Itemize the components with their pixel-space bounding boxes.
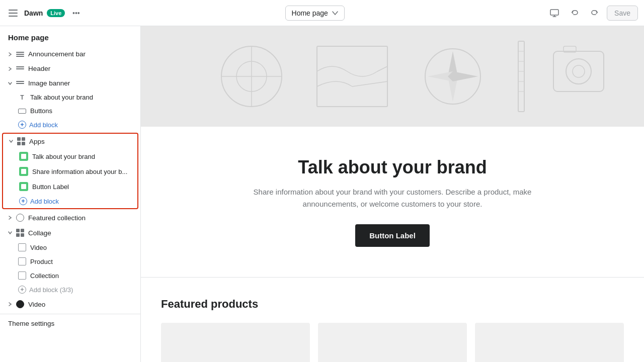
- live-badge: Live: [47, 9, 65, 17]
- topbar-left: Dawn Live •••: [6, 6, 83, 20]
- undo-icon: [571, 9, 579, 17]
- sidebar-divider: [0, 314, 140, 314]
- sidebar-item-label: Video: [28, 301, 45, 308]
- cta-button[interactable]: Button Label: [355, 224, 430, 247]
- content-section: Talk about your brand Share information …: [141, 127, 644, 278]
- hero-banner: [141, 26, 644, 127]
- sidebar-item-collage-product[interactable]: Product: [0, 254, 140, 268]
- desktop-view-button[interactable]: [546, 5, 562, 21]
- save-button[interactable]: Save: [607, 6, 638, 21]
- sidebar-title: Home page: [0, 26, 140, 47]
- plus-circle-icon: +: [18, 121, 26, 129]
- sidebar-item-talk-about-brand[interactable]: T Talk about your brand: [0, 90, 140, 104]
- sidebar-item-label: Apps: [29, 138, 45, 145]
- brand-name: Dawn: [24, 9, 43, 17]
- svg-rect-22: [553, 51, 604, 92]
- topbar: Dawn Live ••• Home page: [0, 0, 644, 26]
- svg-rect-2: [9, 16, 18, 17]
- chevron-right-icon: [8, 215, 12, 220]
- sidebar-item-app-share[interactable]: Share information about your b...: [3, 164, 137, 179]
- topbar-center: Home page: [87, 6, 542, 21]
- product-card: [475, 323, 624, 362]
- chevron-down-icon: [9, 139, 13, 144]
- svg-rect-3: [550, 10, 558, 15]
- sidebar-item-label: Collage: [28, 229, 51, 237]
- sidebar-item-app-button[interactable]: Button Label: [3, 179, 137, 194]
- sidebar-item-label: Featured collection: [28, 214, 86, 222]
- svg-rect-16: [518, 41, 524, 112]
- monitor-icon: [550, 9, 559, 17]
- svg-point-23: [566, 59, 591, 84]
- sidebar-add-block-collage: + Add block (3/3): [0, 283, 140, 297]
- app-icon: [19, 152, 28, 161]
- content-heading: Talk about your brand: [161, 157, 624, 178]
- more-options-button[interactable]: •••: [69, 6, 83, 20]
- announcement-bar-icon: [16, 52, 24, 57]
- apps-grid-icon: [17, 137, 25, 145]
- preview-content: Talk about your brand Share information …: [141, 26, 644, 362]
- chevron-down-icon: [332, 11, 338, 15]
- sidebar-add-block-apps[interactable]: + Add block: [3, 194, 137, 208]
- chevron-right-icon: [8, 302, 12, 307]
- image-banner-icon: [16, 81, 24, 86]
- svg-rect-10: [317, 46, 387, 107]
- header-icon: [16, 66, 24, 71]
- page-selector-dropdown[interactable]: Home page: [285, 6, 345, 21]
- sidebar-item-video[interactable]: Video: [0, 297, 140, 312]
- svg-rect-0: [9, 10, 18, 11]
- content-body: Share information about your brand with …: [242, 186, 543, 210]
- hero-illustration: [151, 31, 634, 122]
- theme-settings-label: Theme settings: [8, 320, 54, 327]
- app-icon: [19, 167, 28, 176]
- collage-product-icon: [18, 257, 26, 265]
- chevron-right-icon: [8, 52, 12, 57]
- sidebar-apps-section: Apps Talk about your brand Share informa…: [2, 133, 138, 209]
- collage-icon: [16, 229, 24, 237]
- svg-point-24: [573, 65, 585, 77]
- sidebar-item-apps[interactable]: Apps: [3, 134, 137, 149]
- sidebar-item-collage-video[interactable]: Video: [0, 240, 140, 254]
- undo-button[interactable]: [567, 5, 583, 21]
- chevron-down-icon: [8, 81, 12, 86]
- sidebar-item-header[interactable]: Header: [0, 61, 140, 76]
- text-icon: T: [18, 94, 26, 101]
- product-card: [318, 323, 467, 362]
- product-grid: [161, 323, 624, 362]
- chevron-right-icon: [8, 66, 12, 71]
- collage-video-icon: [18, 243, 26, 251]
- sidebar-item-label: Announcement bar: [28, 50, 86, 58]
- chevron-down-icon: [8, 230, 12, 235]
- plus-circle-icon: +: [19, 197, 27, 205]
- sidebar-item-label: Header: [28, 65, 50, 72]
- collage-collection-icon: [18, 272, 26, 280]
- svg-rect-1: [9, 13, 18, 14]
- sidebar-item-announcement-bar[interactable]: Announcement bar: [0, 47, 140, 61]
- sidebar-item-buttons[interactable]: Buttons: [0, 104, 140, 118]
- sidebar-item-collage-collection[interactable]: Collection: [0, 268, 140, 283]
- sidebar: Home page Announcement bar Header: [0, 26, 141, 362]
- main-layout: Home page Announcement bar Header: [0, 26, 644, 362]
- featured-products-section: Featured products: [141, 278, 644, 362]
- preview-area: Talk about your brand Share information …: [141, 26, 644, 362]
- featured-collection-icon: [16, 214, 24, 222]
- sidebar-item-app-talk[interactable]: Talk about your brand: [3, 149, 137, 164]
- topbar-right: Save: [546, 5, 638, 21]
- redo-icon: [591, 9, 599, 17]
- sidebar-item-image-banner[interactable]: Image banner: [0, 76, 140, 90]
- product-card: [161, 323, 310, 362]
- nav-toggle-button[interactable]: [6, 6, 20, 20]
- app-icon: [19, 182, 28, 191]
- button-icon: [18, 109, 26, 114]
- sidebar-item-label: Image banner: [28, 79, 70, 87]
- featured-heading: Featured products: [161, 298, 624, 311]
- plus-circle-disabled-icon: +: [18, 286, 26, 294]
- sidebar-theme-settings[interactable]: Theme settings: [0, 316, 140, 331]
- redo-button[interactable]: [587, 5, 603, 21]
- sidebar-add-block-banner[interactable]: + Add block: [0, 118, 140, 132]
- video-icon: [16, 300, 24, 308]
- svg-marker-15: [448, 71, 478, 81]
- page-selector-label: Home page: [292, 9, 328, 17]
- sidebar-item-collage[interactable]: Collage: [0, 225, 140, 240]
- sidebar-item-featured-collection[interactable]: Featured collection: [0, 210, 140, 225]
